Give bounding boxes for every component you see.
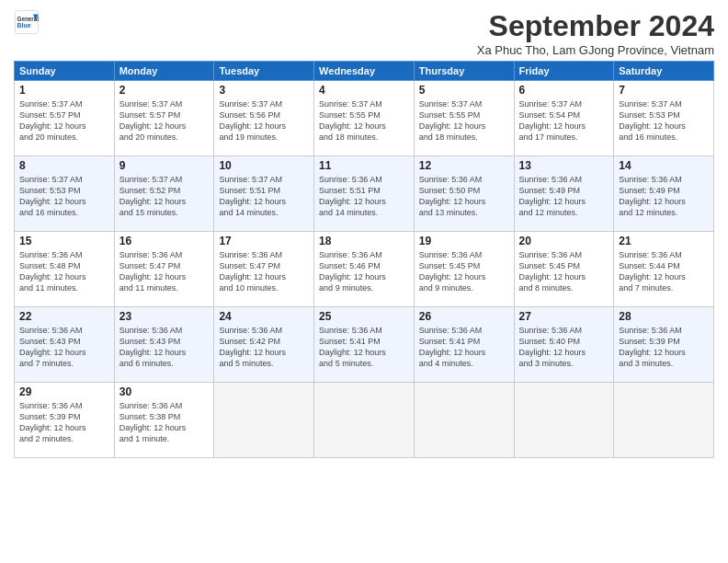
day-info: Sunrise: 5:36 AM Sunset: 5:50 PM Dayligh… [419,174,509,219]
weekday-header-thursday: Thursday [414,62,514,81]
day-number: 3 [219,84,309,97]
day-info: Sunrise: 5:37 AM Sunset: 5:57 PM Dayligh… [19,98,109,144]
day-cell: 21Sunrise: 5:36 AM Sunset: 5:44 PM Dayli… [614,232,714,307]
day-number: 27 [519,310,609,323]
day-info: Sunrise: 5:36 AM Sunset: 5:39 PM Dayligh… [619,325,709,370]
day-cell: 15Sunrise: 5:36 AM Sunset: 5:48 PM Dayli… [15,232,115,307]
day-cell: 14Sunrise: 5:36 AM Sunset: 5:49 PM Dayli… [614,156,714,232]
day-info: Sunrise: 5:36 AM Sunset: 5:51 PM Dayligh… [319,174,409,219]
day-cell [614,383,714,458]
day-info: Sunrise: 5:37 AM Sunset: 5:55 PM Dayligh… [319,98,409,144]
day-cell: 9Sunrise: 5:37 AM Sunset: 5:52 PM Daylig… [114,156,214,232]
day-number: 17 [219,235,309,247]
day-cell: 24Sunrise: 5:36 AM Sunset: 5:42 PM Dayli… [214,307,314,383]
day-cell: 25Sunrise: 5:36 AM Sunset: 5:41 PM Dayli… [314,307,415,383]
logo-icon: General Blue [14,9,40,35]
day-number: 7 [619,84,709,97]
day-cell: 2Sunrise: 5:37 AM Sunset: 5:57 PM Daylig… [114,81,214,156]
day-number: 25 [319,310,409,323]
day-cell: 11Sunrise: 5:36 AM Sunset: 5:51 PM Dayli… [314,156,415,232]
day-info: Sunrise: 5:36 AM Sunset: 5:39 PM Dayligh… [19,400,109,445]
weekday-header-saturday: Saturday [614,62,714,81]
day-number: 20 [519,235,609,247]
week-row-3: 15Sunrise: 5:36 AM Sunset: 5:48 PM Dayli… [15,232,714,307]
day-cell [214,383,314,458]
day-cell: 30Sunrise: 5:36 AM Sunset: 5:38 PM Dayli… [114,383,214,458]
day-cell: 8Sunrise: 5:37 AM Sunset: 5:53 PM Daylig… [15,156,115,232]
day-number: 13 [519,159,609,172]
day-info: Sunrise: 5:37 AM Sunset: 5:51 PM Dayligh… [219,174,309,219]
subtitle: Xa Phuc Tho, Lam GJong Province, Vietnam [477,43,714,57]
day-cell: 28Sunrise: 5:36 AM Sunset: 5:39 PM Dayli… [614,307,714,383]
day-info: Sunrise: 5:37 AM Sunset: 5:53 PM Dayligh… [19,174,109,219]
day-number: 18 [319,235,409,247]
day-number: 28 [619,310,709,323]
day-cell: 12Sunrise: 5:36 AM Sunset: 5:50 PM Dayli… [414,156,514,232]
title-area: September 2024 Xa Phuc Tho, Lam GJong Pr… [477,9,714,57]
day-info: Sunrise: 5:36 AM Sunset: 5:43 PM Dayligh… [119,325,210,370]
day-cell: 6Sunrise: 5:37 AM Sunset: 5:54 PM Daylig… [514,81,614,156]
day-cell: 10Sunrise: 5:37 AM Sunset: 5:51 PM Dayli… [214,156,314,232]
day-info: Sunrise: 5:36 AM Sunset: 5:42 PM Dayligh… [219,325,309,370]
day-info: Sunrise: 5:36 AM Sunset: 5:44 PM Dayligh… [619,249,709,294]
day-cell: 23Sunrise: 5:36 AM Sunset: 5:43 PM Dayli… [114,307,214,383]
day-cell: 16Sunrise: 5:36 AM Sunset: 5:47 PM Dayli… [114,232,214,307]
day-info: Sunrise: 5:36 AM Sunset: 5:45 PM Dayligh… [519,249,609,294]
day-info: Sunrise: 5:36 AM Sunset: 5:48 PM Dayligh… [19,249,109,294]
weekday-header-tuesday: Tuesday [214,62,314,81]
day-cell: 27Sunrise: 5:36 AM Sunset: 5:40 PM Dayli… [514,307,614,383]
day-number: 11 [319,159,409,172]
day-number: 26 [419,310,509,323]
day-info: Sunrise: 5:36 AM Sunset: 5:47 PM Dayligh… [219,249,309,294]
day-cell: 1Sunrise: 5:37 AM Sunset: 5:57 PM Daylig… [15,81,115,156]
calendar-page: General Blue September 2024 Xa Phuc Tho,… [0,0,728,563]
day-info: Sunrise: 5:37 AM Sunset: 5:57 PM Dayligh… [119,98,210,144]
day-number: 9 [119,159,210,172]
day-number: 24 [219,310,309,323]
day-cell: 13Sunrise: 5:36 AM Sunset: 5:49 PM Dayli… [514,156,614,232]
header: General Blue September 2024 Xa Phuc Tho,… [14,9,714,57]
day-number: 22 [19,310,109,323]
calendar-header: SundayMondayTuesdayWednesdayThursdayFrid… [15,62,714,81]
day-number: 21 [619,235,709,247]
day-cell: 19Sunrise: 5:36 AM Sunset: 5:45 PM Dayli… [414,232,514,307]
day-number: 10 [219,159,309,172]
weekday-header-sunday: Sunday [15,62,115,81]
day-cell: 17Sunrise: 5:36 AM Sunset: 5:47 PM Dayli… [214,232,314,307]
day-number: 23 [119,310,210,323]
day-number: 14 [619,159,709,172]
day-info: Sunrise: 5:36 AM Sunset: 5:41 PM Dayligh… [419,325,509,370]
day-number: 15 [19,235,109,247]
weekday-header-friday: Friday [514,62,614,81]
day-cell: 29Sunrise: 5:36 AM Sunset: 5:39 PM Dayli… [15,383,115,458]
week-row-4: 22Sunrise: 5:36 AM Sunset: 5:43 PM Dayli… [15,307,714,383]
day-info: Sunrise: 5:36 AM Sunset: 5:49 PM Dayligh… [519,174,609,219]
day-number: 30 [119,385,210,398]
logo: General Blue [14,9,40,35]
day-info: Sunrise: 5:36 AM Sunset: 5:40 PM Dayligh… [519,325,609,370]
day-info: Sunrise: 5:37 AM Sunset: 5:54 PM Dayligh… [519,98,609,144]
day-cell [514,383,614,458]
day-info: Sunrise: 5:36 AM Sunset: 5:38 PM Dayligh… [119,400,210,445]
day-number: 8 [19,159,109,172]
day-number: 29 [19,385,109,398]
weekday-header-monday: Monday [114,62,214,81]
day-info: Sunrise: 5:37 AM Sunset: 5:56 PM Dayligh… [219,98,309,144]
month-title: September 2024 [477,9,714,43]
day-info: Sunrise: 5:36 AM Sunset: 5:49 PM Dayligh… [619,174,709,219]
day-number: 1 [19,84,109,97]
day-cell [414,383,514,458]
day-info: Sunrise: 5:37 AM Sunset: 5:52 PM Dayligh… [119,174,210,219]
day-cell: 26Sunrise: 5:36 AM Sunset: 5:41 PM Dayli… [414,307,514,383]
day-info: Sunrise: 5:36 AM Sunset: 5:41 PM Dayligh… [319,325,409,370]
day-number: 12 [419,159,509,172]
day-cell: 22Sunrise: 5:36 AM Sunset: 5:43 PM Dayli… [15,307,115,383]
day-cell: 18Sunrise: 5:36 AM Sunset: 5:46 PM Dayli… [314,232,415,307]
day-number: 19 [419,235,509,247]
week-row-2: 8Sunrise: 5:37 AM Sunset: 5:53 PM Daylig… [15,156,714,232]
week-row-5: 29Sunrise: 5:36 AM Sunset: 5:39 PM Dayli… [15,383,714,458]
day-number: 6 [519,84,609,97]
day-info: Sunrise: 5:36 AM Sunset: 5:46 PM Dayligh… [319,249,409,294]
day-cell [314,383,415,458]
day-cell: 20Sunrise: 5:36 AM Sunset: 5:45 PM Dayli… [514,232,614,307]
